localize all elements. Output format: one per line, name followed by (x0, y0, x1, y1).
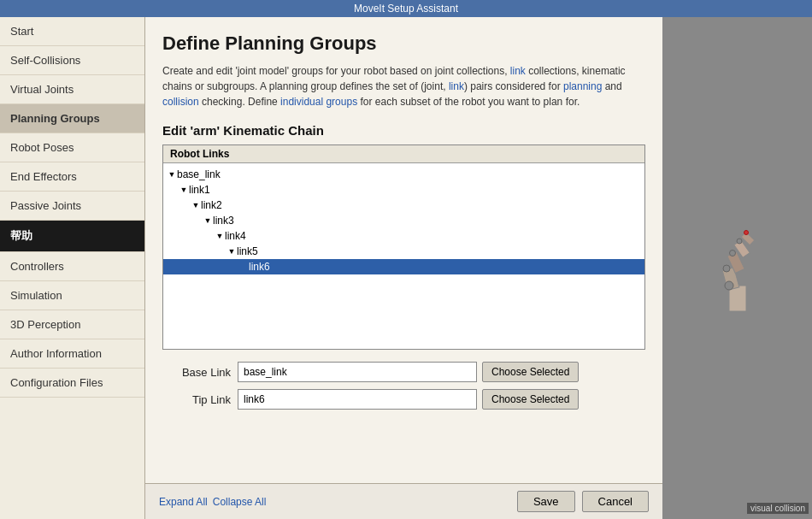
sidebar-item-3d-perception[interactable]: 3D Perception (0, 310, 144, 339)
svg-point-6 (723, 265, 730, 272)
sidebar-item-configuration-files[interactable]: Configuration Files (0, 369, 144, 398)
tree-label-base_link: base_link (177, 168, 221, 180)
sidebar: StartSelf-CollisionsVirtual JointsPlanni… (0, 17, 145, 519)
expand-all-link[interactable]: Expand All (159, 496, 208, 508)
tree-label-link3: link3 (213, 215, 234, 227)
tip-link-choose-button[interactable]: Choose Selected (482, 389, 579, 410)
tree-arrow-link5: ▼ (227, 247, 237, 256)
title-bar: MoveIt Setup Assistant (0, 0, 812, 17)
tree-item-link6[interactable]: link6 (163, 259, 644, 274)
tree-arrow-link1: ▼ (179, 186, 189, 194)
content-area: Define Planning Groups Create and edit '… (145, 17, 662, 483)
tree-arrow-link4: ▼ (215, 232, 225, 240)
cancel-button[interactable]: Cancel (582, 491, 649, 512)
sidebar-item-start[interactable]: Start (0, 17, 144, 46)
sidebar-item-help[interactable]: 帮助 (0, 221, 144, 252)
tree-label-link1: link1 (189, 184, 210, 196)
tree-body: ▼base_link▼link1▼link2▼link3▼link4▼link5… (163, 163, 644, 278)
link-link2[interactable]: link (449, 80, 464, 92)
link-link[interactable]: link (510, 65, 526, 77)
sidebar-item-robot-poses[interactable]: Robot Poses (0, 133, 144, 162)
sidebar-item-end-effectors[interactable]: End Effectors (0, 162, 144, 192)
tree-item-link2[interactable]: ▼link2 (163, 198, 644, 213)
svg-point-7 (729, 250, 735, 256)
robot-viewport: visual collision (662, 17, 812, 519)
sidebar-item-virtual-joints[interactable]: Virtual Joints (0, 75, 144, 104)
tree-label-link2: link2 (201, 199, 222, 211)
tip-link-label: Tip Link (162, 393, 231, 406)
tree-arrow-link2: ▼ (191, 201, 201, 209)
svg-point-8 (737, 239, 742, 244)
tree-label-link4: link4 (225, 230, 246, 242)
tree-arrow-base_link: ▼ (167, 170, 177, 179)
sidebar-item-passive-joints[interactable]: Passive Joints (0, 192, 144, 221)
tree-label-link6: link6 (249, 261, 270, 273)
tree-item-base_link[interactable]: ▼base_link (163, 167, 644, 182)
tree-item-link3[interactable]: ▼link3 (163, 213, 644, 228)
section-title: Edit 'arm' Kinematic Chain (162, 123, 645, 138)
action-buttons: Save Cancel (517, 491, 649, 512)
link-individual[interactable]: individual groups (280, 96, 357, 108)
sidebar-item-self-collisions[interactable]: Self-Collisions (0, 46, 144, 75)
tree-header: Robot Links (163, 145, 644, 163)
sidebar-item-author-information[interactable]: Author Information (0, 339, 144, 369)
base-link-choose-button[interactable]: Choose Selected (482, 362, 579, 382)
tip-link-row: Tip Link Choose Selected (162, 389, 645, 410)
svg-point-5 (725, 281, 733, 290)
description: Create and edit 'joint model' groups for… (162, 63, 645, 109)
tree-item-link1[interactable]: ▼link1 (163, 182, 644, 198)
link-planning[interactable]: planning (563, 80, 602, 92)
tree-arrow-link3: ▼ (203, 216, 213, 225)
robot-svg (695, 217, 780, 320)
viewport-label: visual collision (747, 503, 809, 514)
sidebar-item-simulation[interactable]: Simulation (0, 281, 144, 310)
base-link-input[interactable] (238, 362, 477, 382)
tree-label-link5: link5 (237, 245, 258, 257)
base-link-label: Base Link (162, 366, 231, 379)
page-title: Define Planning Groups (162, 32, 645, 55)
link-collision[interactable]: collision (162, 96, 199, 108)
expand-collapse-links: Expand All Collapse All (159, 496, 266, 508)
tree-item-link5[interactable]: ▼link5 (163, 244, 644, 259)
base-link-row: Base Link Choose Selected (162, 362, 645, 382)
sidebar-item-planning-groups[interactable]: Planning Groups (0, 104, 144, 133)
save-button[interactable]: Save (517, 491, 575, 512)
svg-point-9 (744, 230, 748, 234)
collapse-all-link[interactable]: Collapse All (213, 496, 267, 508)
tree-item-link4[interactable]: ▼link4 (163, 228, 644, 244)
title-bar-label: MoveIt Setup Assistant (354, 3, 458, 15)
tree-panel[interactable]: Robot Links ▼base_link▼link1▼link2▼link3… (162, 144, 645, 350)
bottom-bar: Expand All Collapse All Save Cancel (145, 483, 662, 519)
main-content: Define Planning Groups Create and edit '… (145, 17, 662, 519)
sidebar-item-controllers[interactable]: Controllers (0, 252, 144, 281)
tip-link-input[interactable] (238, 389, 477, 410)
